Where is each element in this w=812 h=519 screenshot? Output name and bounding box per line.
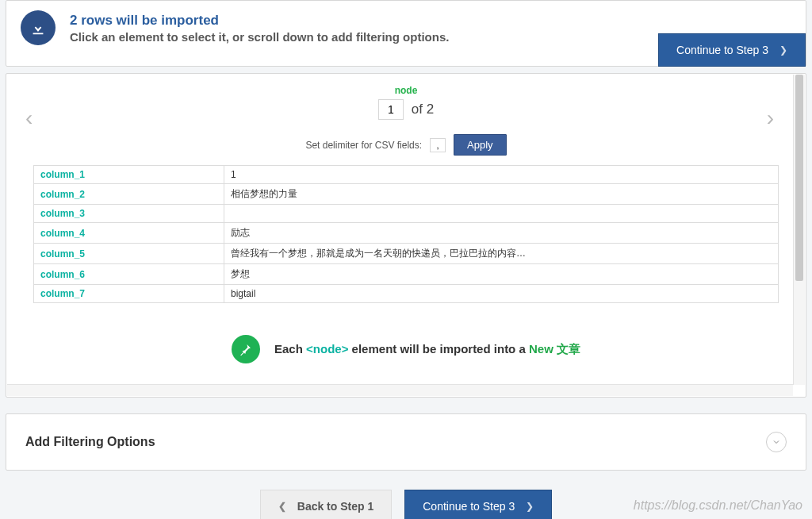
hero-subtext: Click an element to select it, or scroll… <box>70 30 449 44</box>
table-row[interactable]: column_11 <box>34 166 779 184</box>
pin-icon <box>232 335 260 363</box>
delimiter-row: Set delimiter for CSV fields: Apply <box>6 134 806 156</box>
footer-nav: ❮ Back to Step 1 Continue to Step 3 ❯ <box>6 490 806 519</box>
expand-filter-icon[interactable] <box>766 432 787 452</box>
column-key[interactable]: column_6 <box>34 264 224 285</box>
back-button[interactable]: ❮ Back to Step 1 <box>260 490 392 519</box>
column-key[interactable]: column_5 <box>34 244 224 264</box>
table-row[interactable]: column_5曾经我有一个梦想，那就是成为一名天朝的快递员，巴拉巴拉的内容… <box>34 244 779 264</box>
table-row[interactable]: column_7bigtail <box>34 285 779 303</box>
continue-button-bottom[interactable]: Continue to Step 3 ❯ <box>404 490 552 519</box>
import-note-tag: node <box>306 342 348 356</box>
column-key[interactable]: column_3 <box>34 205 224 223</box>
continue-button-bottom-label: Continue to Step 3 <box>423 500 515 513</box>
column-key[interactable]: column_1 <box>34 166 224 184</box>
hero-text: 2 rows will be imported Click an element… <box>70 13 449 44</box>
preview-panel: node ‹ › of 2 Set delimiter for CSV fiel… <box>6 73 806 398</box>
import-note-mid: element will be imported into a <box>352 342 529 356</box>
page-input[interactable] <box>378 99 404 120</box>
table-row[interactable]: column_3 <box>34 205 779 223</box>
preview-table: column_11column_2相信梦想的力量column_3column_4… <box>33 165 779 303</box>
download-icon <box>21 10 56 45</box>
hero-card: 2 rows will be imported Click an element… <box>6 0 806 67</box>
next-record-arrow[interactable]: › <box>767 106 774 131</box>
filtering-title: Add Filtering Options <box>25 435 155 449</box>
import-note-prefix: Each <box>274 342 306 356</box>
import-note: Each node element will be imported into … <box>6 335 806 363</box>
hero-headline: 2 rows will be imported <box>70 13 449 29</box>
table-row[interactable]: column_4励志 <box>34 223 779 244</box>
column-key[interactable]: column_4 <box>34 223 224 244</box>
record-pager: of 2 <box>6 99 806 120</box>
column-value[interactable]: 励志 <box>224 223 779 244</box>
column-value[interactable]: 相信梦想的力量 <box>224 184 779 205</box>
column-value[interactable]: bigtail <box>224 285 779 303</box>
node-label: node <box>6 85 806 96</box>
continue-button-top[interactable]: Continue to Step 3 ❯ <box>658 33 806 67</box>
chevron-right-icon: ❯ <box>779 44 787 56</box>
delimiter-input[interactable] <box>430 138 446 152</box>
column-value[interactable]: 曾经我有一个梦想，那就是成为一名天朝的快递员，巴拉巴拉的内容… <box>224 244 779 264</box>
prev-record-arrow[interactable]: ‹ <box>25 106 33 131</box>
column-value[interactable] <box>224 205 779 223</box>
table-row[interactable]: column_6梦想 <box>34 264 779 285</box>
chevron-left-icon: ❮ <box>278 501 286 512</box>
continue-button-top-label: Continue to Step 3 <box>676 44 768 56</box>
page-of: of 2 <box>412 102 434 117</box>
chevron-right-icon: ❯ <box>526 501 534 512</box>
horizontal-scrollbar[interactable] <box>7 384 793 396</box>
import-note-new: New 文章 <box>529 342 580 356</box>
filtering-section[interactable]: Add Filtering Options <box>6 413 806 471</box>
column-key[interactable]: column_7 <box>34 285 224 303</box>
delimiter-label: Set delimiter for CSV fields: <box>305 140 422 151</box>
vertical-scrollbar[interactable] <box>793 75 805 385</box>
back-button-label: Back to Step 1 <box>297 500 373 513</box>
column-key[interactable]: column_2 <box>34 184 224 205</box>
apply-button[interactable]: Apply <box>454 134 507 156</box>
column-value[interactable]: 1 <box>224 166 779 184</box>
table-row[interactable]: column_2相信梦想的力量 <box>34 184 779 205</box>
column-value[interactable]: 梦想 <box>224 264 779 285</box>
